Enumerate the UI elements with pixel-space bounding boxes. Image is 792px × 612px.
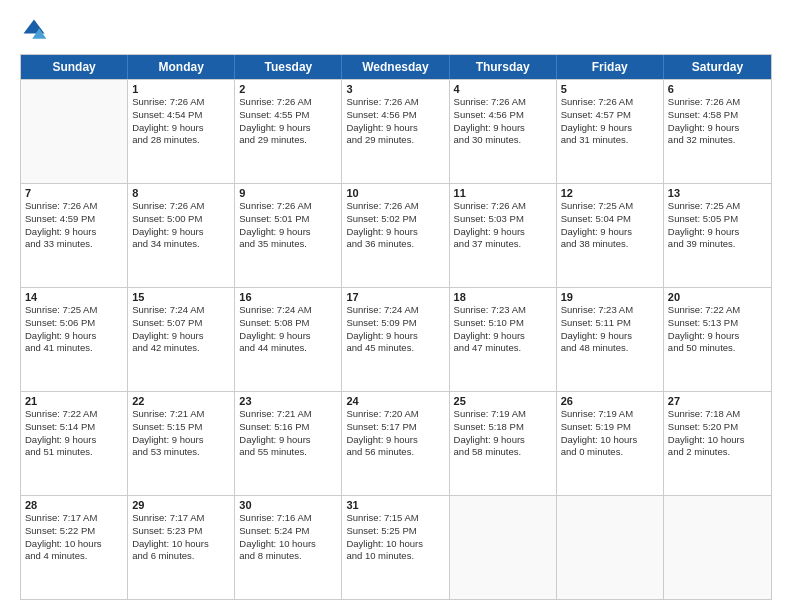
cell-info-line: Sunset: 4:56 PM — [346, 109, 444, 122]
cell-info-line: and 31 minutes. — [561, 134, 659, 147]
cell-info-line: Daylight: 10 hours — [668, 434, 767, 447]
day-of-week-monday: Monday — [128, 55, 235, 79]
cell-info-line: and 0 minutes. — [561, 446, 659, 459]
day-number: 23 — [239, 395, 337, 407]
cell-info-line: and 38 minutes. — [561, 238, 659, 251]
cell-info-line: Sunrise: 7:17 AM — [25, 512, 123, 525]
day-number: 8 — [132, 187, 230, 199]
day-number: 15 — [132, 291, 230, 303]
cell-info-line: and 48 minutes. — [561, 342, 659, 355]
cell-info-line: Sunset: 5:07 PM — [132, 317, 230, 330]
cell-info-line: Daylight: 9 hours — [561, 330, 659, 343]
cell-info-line: and 55 minutes. — [239, 446, 337, 459]
cell-info-line: Sunset: 5:24 PM — [239, 525, 337, 538]
cell-info-line: Sunrise: 7:26 AM — [454, 200, 552, 213]
cell-info-line: Daylight: 9 hours — [346, 434, 444, 447]
day-cell-12: 12Sunrise: 7:25 AMSunset: 5:04 PMDayligh… — [557, 184, 664, 287]
day-number: 2 — [239, 83, 337, 95]
cell-info-line: Daylight: 10 hours — [132, 538, 230, 551]
day-cell-13: 13Sunrise: 7:25 AMSunset: 5:05 PMDayligh… — [664, 184, 771, 287]
cell-info-line: Sunrise: 7:25 AM — [561, 200, 659, 213]
cell-info-line: and 30 minutes. — [454, 134, 552, 147]
cell-info-line: Daylight: 10 hours — [25, 538, 123, 551]
cell-info-line: and 44 minutes. — [239, 342, 337, 355]
day-cell-26: 26Sunrise: 7:19 AMSunset: 5:19 PMDayligh… — [557, 392, 664, 495]
cell-info-line: Sunset: 4:57 PM — [561, 109, 659, 122]
day-of-week-thursday: Thursday — [450, 55, 557, 79]
day-number: 22 — [132, 395, 230, 407]
page: SundayMondayTuesdayWednesdayThursdayFrid… — [0, 0, 792, 612]
day-of-week-friday: Friday — [557, 55, 664, 79]
day-number: 26 — [561, 395, 659, 407]
logo-icon — [20, 16, 48, 44]
cell-info-line: Sunrise: 7:26 AM — [25, 200, 123, 213]
cell-info-line: and 33 minutes. — [25, 238, 123, 251]
cell-info-line: and 53 minutes. — [132, 446, 230, 459]
day-number: 3 — [346, 83, 444, 95]
cell-info-line: Sunset: 5:00 PM — [132, 213, 230, 226]
empty-cell-4-6 — [664, 496, 771, 599]
cell-info-line: and 47 minutes. — [454, 342, 552, 355]
cell-info-line: Sunset: 5:19 PM — [561, 421, 659, 434]
cell-info-line: Sunset: 5:15 PM — [132, 421, 230, 434]
day-cell-25: 25Sunrise: 7:19 AMSunset: 5:18 PMDayligh… — [450, 392, 557, 495]
cell-info-line: and 8 minutes. — [239, 550, 337, 563]
cell-info-line: and 37 minutes. — [454, 238, 552, 251]
cell-info-line: Daylight: 9 hours — [239, 226, 337, 239]
cell-info-line: Sunset: 5:16 PM — [239, 421, 337, 434]
cell-info-line: Sunset: 5:14 PM — [25, 421, 123, 434]
cell-info-line: Sunset: 5:13 PM — [668, 317, 767, 330]
empty-cell-4-5 — [557, 496, 664, 599]
cell-info-line: Sunrise: 7:24 AM — [239, 304, 337, 317]
day-cell-29: 29Sunrise: 7:17 AMSunset: 5:23 PMDayligh… — [128, 496, 235, 599]
cell-info-line: Sunset: 5:11 PM — [561, 317, 659, 330]
day-of-week-sunday: Sunday — [21, 55, 128, 79]
cell-info-line: Sunset: 4:54 PM — [132, 109, 230, 122]
cell-info-line: Sunrise: 7:25 AM — [25, 304, 123, 317]
cell-info-line: Sunset: 4:56 PM — [454, 109, 552, 122]
cell-info-line: Sunset: 5:25 PM — [346, 525, 444, 538]
empty-cell-0-0 — [21, 80, 128, 183]
cell-info-line: Sunrise: 7:21 AM — [132, 408, 230, 421]
day-number: 18 — [454, 291, 552, 303]
day-number: 1 — [132, 83, 230, 95]
header — [20, 16, 772, 44]
cell-info-line: Sunrise: 7:22 AM — [25, 408, 123, 421]
cell-info-line: and 42 minutes. — [132, 342, 230, 355]
cell-info-line: Sunrise: 7:26 AM — [668, 96, 767, 109]
cell-info-line: Sunrise: 7:26 AM — [239, 200, 337, 213]
day-number: 11 — [454, 187, 552, 199]
day-cell-16: 16Sunrise: 7:24 AMSunset: 5:08 PMDayligh… — [235, 288, 342, 391]
cell-info-line: and 10 minutes. — [346, 550, 444, 563]
day-number: 5 — [561, 83, 659, 95]
cell-info-line: Sunrise: 7:26 AM — [346, 96, 444, 109]
calendar-row-4: 28Sunrise: 7:17 AMSunset: 5:22 PMDayligh… — [21, 495, 771, 599]
cell-info-line: Daylight: 9 hours — [454, 330, 552, 343]
cell-info-line: Sunset: 4:59 PM — [25, 213, 123, 226]
cell-info-line: Sunrise: 7:24 AM — [132, 304, 230, 317]
cell-info-line: and 2 minutes. — [668, 446, 767, 459]
day-number: 19 — [561, 291, 659, 303]
cell-info-line: Daylight: 9 hours — [346, 330, 444, 343]
calendar-row-3: 21Sunrise: 7:22 AMSunset: 5:14 PMDayligh… — [21, 391, 771, 495]
cell-info-line: Sunset: 5:01 PM — [239, 213, 337, 226]
day-cell-21: 21Sunrise: 7:22 AMSunset: 5:14 PMDayligh… — [21, 392, 128, 495]
cell-info-line: Sunset: 4:55 PM — [239, 109, 337, 122]
cell-info-line: Sunrise: 7:15 AM — [346, 512, 444, 525]
cell-info-line: Sunset: 5:02 PM — [346, 213, 444, 226]
day-number: 31 — [346, 499, 444, 511]
day-cell-1: 1Sunrise: 7:26 AMSunset: 4:54 PMDaylight… — [128, 80, 235, 183]
cell-info-line: Sunrise: 7:17 AM — [132, 512, 230, 525]
cell-info-line: Sunrise: 7:18 AM — [668, 408, 767, 421]
cell-info-line: and 4 minutes. — [25, 550, 123, 563]
day-cell-8: 8Sunrise: 7:26 AMSunset: 5:00 PMDaylight… — [128, 184, 235, 287]
cell-info-line: Sunset: 5:03 PM — [454, 213, 552, 226]
calendar-row-0: 1Sunrise: 7:26 AMSunset: 4:54 PMDaylight… — [21, 79, 771, 183]
cell-info-line: Daylight: 9 hours — [561, 226, 659, 239]
day-cell-23: 23Sunrise: 7:21 AMSunset: 5:16 PMDayligh… — [235, 392, 342, 495]
day-cell-5: 5Sunrise: 7:26 AMSunset: 4:57 PMDaylight… — [557, 80, 664, 183]
cell-info-line: and 32 minutes. — [668, 134, 767, 147]
cell-info-line: Daylight: 10 hours — [239, 538, 337, 551]
day-cell-22: 22Sunrise: 7:21 AMSunset: 5:15 PMDayligh… — [128, 392, 235, 495]
day-of-week-saturday: Saturday — [664, 55, 771, 79]
